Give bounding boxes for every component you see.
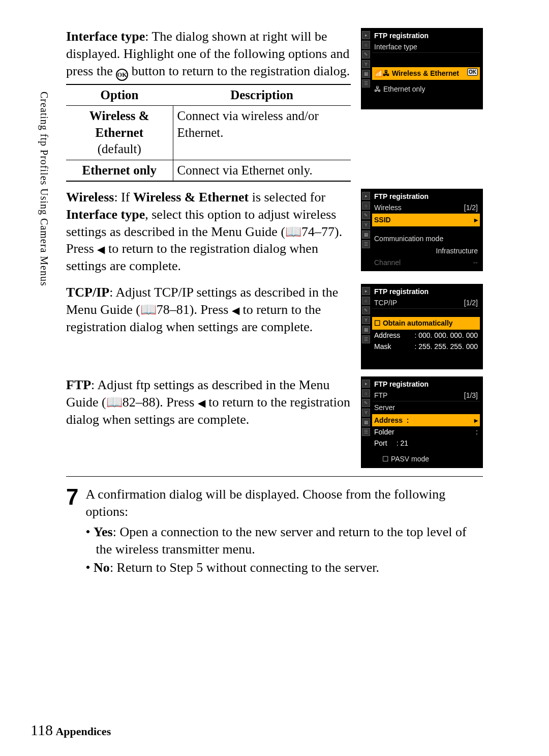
screenshot-interface-type: ▸⌂✎Y▦☰ FTP registration Interface type 📶… — [361, 28, 483, 109]
lcd-title: FTP registration — [372, 30, 480, 41]
lcd-mask: Mask: 255. 255. 255. 000 — [372, 341, 480, 352]
opt-ethernet-only: Ethernet only — [66, 160, 173, 181]
desc-ethernet-only: Connect via Ethernet only. — [173, 160, 351, 181]
wireless-paragraph: Wireless: If Wireless & Ethernet is sele… — [66, 189, 351, 275]
lcd-folder: Folder: — [372, 426, 480, 438]
left-arrow-icon — [232, 302, 239, 317]
ftp-paragraph: FTP: Adjust ftp settings as described in… — [66, 376, 351, 428]
col-description: Description — [173, 84, 351, 106]
lcd-item: 🖧 Ethernet only — [372, 83, 480, 95]
screenshot-wireless: ▸⌂✎Y▦☰ FTP registration Wireless[1/2] SS… — [361, 189, 483, 271]
lcd-obtain-auto: Obtain automatically — [372, 317, 480, 329]
desc-wireless-ethernet: Connect via wireless and/or Ethernet. — [173, 106, 351, 160]
lcd-selected-item: 📶🖧 Wireless & EthernetOK — [372, 67, 480, 79]
lcd-address: Address: 000. 000. 000. 000 — [372, 330, 480, 341]
lcd-comm-mode: Communication mode — [372, 232, 480, 245]
lcd-comm-value: Infrastructure — [372, 245, 480, 257]
lcd-subtitle: Interface type — [372, 41, 480, 53]
lcd-port: Port: 21 — [372, 438, 480, 449]
footer-section: Appendices — [55, 725, 111, 738]
step7-intro: A confirmation dialog will be displayed.… — [85, 486, 483, 520]
text: button to return to the registration dia… — [128, 64, 350, 78]
step-number: 7 — [66, 486, 78, 576]
side-running-head: Creating ftp Profiles Using Camera Menus — [38, 92, 51, 286]
lcd-subtitle: FTP[1/3] — [372, 390, 480, 401]
lcd-title: FTP registration — [372, 379, 480, 390]
screenshot-tcpip: ▸⌂✎Y▦☰ FTP registration TCP/IP[1/2] Obta… — [361, 284, 483, 369]
lcd-subtitle: TCP/IP[1/2] — [372, 297, 480, 309]
opt-wireless-ethernet: Wireless & Ethernet(default) — [66, 106, 173, 160]
lcd-channel: Channel-- — [372, 257, 480, 268]
screenshot-ftp: ▸⌂✎Y▦☰ FTP registration FTP[1/3] Server … — [361, 376, 483, 468]
step-7: 7 A confirmation dialog will be displaye… — [66, 476, 483, 576]
lcd-subtitle: Wireless[1/2] — [372, 202, 480, 214]
page-footer: 118 Appendices — [30, 720, 111, 740]
lcd-address: Address : — [372, 414, 480, 426]
page-content: Interface type: The dialog shown at righ… — [66, 28, 483, 576]
interface-type-paragraph: Interface type: The dialog shown at righ… — [66, 28, 351, 81]
lcd-title: FTP registration — [372, 286, 480, 297]
lcd-pasv: PASV mode — [372, 453, 480, 465]
option-no: No: Return to Step 5 without connecting … — [85, 559, 483, 576]
col-option: Option — [66, 84, 173, 106]
lcd-title: FTP registration — [372, 191, 480, 202]
left-arrow-icon — [198, 395, 205, 410]
lcd-server: Server — [372, 401, 480, 414]
tcpip-paragraph: TCP/IP: Adjust TCP/IP settings as descri… — [66, 284, 351, 335]
page-number: 118 — [30, 721, 53, 738]
label-interface-type: Interface type — [66, 29, 145, 44]
option-yes: Yes: Open a connection to the new server… — [85, 524, 483, 558]
left-arrow-icon — [97, 241, 105, 256]
ok-button-icon: OK — [116, 69, 128, 81]
options-table: OptionDescription Wireless & Ethernet(de… — [66, 84, 351, 182]
lcd-ssid: SSID — [372, 214, 480, 226]
